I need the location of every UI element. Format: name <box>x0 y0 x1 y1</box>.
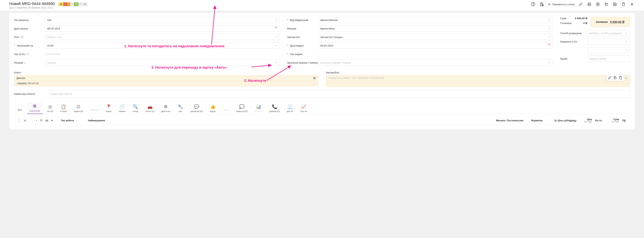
auto-menu-icon[interactable] <box>625 77 628 80</box>
group-icon[interactable] <box>40 119 43 122</box>
svg-point-9 <box>40 120 41 120</box>
col-name[interactable]: Найменування <box>86 119 494 122</box>
tab-documents[interactable]: 📃док-ти <box>284 103 296 114</box>
mileage-input[interactable]: Вкажіть пробіг <box>587 56 630 62</box>
gauge-icon <box>21 36 24 38</box>
col-norm[interactable]: Норматив <box>530 119 549 122</box>
money-icon[interactable] <box>595 1 600 7</box>
star-icon[interactable]: ★ <box>51 119 53 122</box>
send-message-icon[interactable] <box>539 1 544 7</box>
tab-calls[interactable]: 📞дзвінки (0) <box>267 103 282 114</box>
issue-date-input[interactable]: 06-03-2023 <box>318 42 552 49</box>
col-pd[interactable]: ПД <box>621 119 628 122</box>
extra-requisites-select[interactable] <box>587 47 630 53</box>
tab-processes[interactable]: Процеси <box>87 105 101 114</box>
tab-diagnostics[interactable]: ⚙діагно-ка <box>158 103 173 114</box>
works-table-header: + ★ Тип роботи Найменування Механік / По… <box>14 116 630 125</box>
repair-type-select[interactable]: А/м <box>45 17 279 23</box>
duration-slider[interactable] <box>45 54 60 54</box>
sum-label: Сума <box>560 17 575 20</box>
document-icon: 📃 <box>287 104 292 109</box>
balance-value[interactable]: 5 940,00 ₴ <box>610 20 624 23</box>
col-qty[interactable]: Кіл-ть <box>594 119 605 122</box>
col-work-type[interactable]: Тип роботи <box>60 119 86 122</box>
change-status-button[interactable]: Перевести у статус <box>548 2 575 6</box>
sum-value: 5 940,00 ₴ <box>575 17 587 20</box>
parts-person-select[interactable]: Запчастист Богдан <box>318 34 552 40</box>
tab-statistics[interactable]: 📈стат-ка <box>297 103 310 114</box>
auto-expand-row[interactable]: ⌄ <box>326 81 630 83</box>
parts-person-label: Запчастист <box>287 36 318 38</box>
select-all-checkbox[interactable] <box>18 119 20 122</box>
responsible-select[interactable]: Іванов Максим <box>318 17 552 23</box>
badge-r[interactable]: Р <box>78 2 82 6</box>
close-icon[interactable] <box>629 1 635 7</box>
copy-auto-icon[interactable] <box>613 76 617 79</box>
comments-input[interactable]: Коментарі клієнта <box>49 90 630 98</box>
client-menu-icon[interactable] <box>313 77 316 80</box>
badge-k[interactable]: К <box>67 2 70 6</box>
chevron-down-icon: ⌄ <box>314 82 316 85</box>
tab-workshop[interactable]: 🔧цех <box>174 103 186 114</box>
chevron-down-icon: ⌄ <box>625 82 628 85</box>
badge-ov[interactable]: ОВ <box>82 2 88 6</box>
car-lift-icon: 🚗 <box>147 104 152 109</box>
barcode-icon[interactable] <box>45 119 48 122</box>
payment-method-select[interactable]: Виберіть спосіб розрахунку <box>587 30 630 36</box>
tab-feedback[interactable]: 👍відгук <box>207 103 218 114</box>
markup-input[interactable]: Загальна націнка / знижка <box>318 59 552 66</box>
issue-date-label: *Дата видачі <box>287 44 318 47</box>
tab-parts[interactable]: ◎з/ч (4) <box>44 103 56 114</box>
tab-works[interactable]: 🛠роботи (6) <box>27 102 43 114</box>
col-mechanic[interactable]: Механік / Постачальник <box>494 119 530 122</box>
client-label: Клієнт <box>14 71 318 74</box>
client-name-row[interactable]: Дмитро <box>14 75 318 81</box>
booked-time-input[interactable]: 10:00 <box>45 42 279 49</box>
tab-other[interactable]: Інше <box>220 105 232 114</box>
badge-d[interactable]: Д <box>63 2 67 6</box>
tab-tasks[interactable]: ☑задачі (0) <box>71 103 86 114</box>
badge-zz[interactable]: ЗЗ <box>74 2 78 6</box>
comments-label: Коментарі клієнта <box>14 92 49 95</box>
client-phone-row[interactable]: +38(066) 707-07-07 ⌄ <box>14 81 318 86</box>
tab-data[interactable]: Дані <box>14 105 26 114</box>
col-subcontract[interactable]: Ціна субпідряду <box>549 119 578 122</box>
tab-history[interactable]: 📋історія <box>58 103 70 114</box>
add-icon[interactable]: + <box>36 119 37 122</box>
row-menu-button[interactable] <box>23 118 27 123</box>
copy-icon[interactable] <box>604 1 609 7</box>
markup-label: Загальна націнка / знижка <box>287 61 318 64</box>
badge-zk[interactable]: ЗК <box>58 2 63 6</box>
thumbs-up-icon: 👍 <box>210 104 216 109</box>
tab-request[interactable]: 📄заявка <box>116 103 128 114</box>
col-price[interactable]: Цінабез ПДВ <box>578 118 594 123</box>
mechanic-select[interactable]: Іванов Міша <box>318 25 552 31</box>
paid-value: 0 ₴ <box>583 22 587 25</box>
tab-map[interactable]: 📍карта <box>103 103 114 114</box>
tab-inspection[interactable]: 🔍огляд <box>130 103 141 114</box>
badge-u[interactable]: У <box>70 2 74 6</box>
wrench-icon: 🛠 <box>33 104 37 109</box>
save-icon[interactable] <box>612 1 618 7</box>
post-select[interactable]: Оберіть пост <box>45 34 279 40</box>
tab-logs[interactable]: 📊логи н/з <box>252 103 265 114</box>
help-icon[interactable] <box>530 1 536 7</box>
edit-icon[interactable] <box>608 76 612 79</box>
delete-auto-icon[interactable] <box>619 76 622 79</box>
trash-icon[interactable] <box>621 1 626 7</box>
tab-recommendations[interactable]: 💬реком-ції (0) <box>188 103 205 114</box>
tab-comments[interactable]: 💭комен-рі (0) <box>233 103 250 114</box>
client-info-box: Дмитро +38(066) 707-07-07 ⌄ <box>14 75 318 86</box>
auto-info-row[interactable]: Номер: КА 3186ІЛ · VIN: KMHD84LF5HU34213… <box>326 75 630 81</box>
booking-date-input[interactable]: 06-03-2023 <box>45 25 279 31</box>
col-sum[interactable]: Сумабез ПДВ <box>605 118 621 123</box>
requisites-select[interactable] <box>587 38 630 45</box>
workshop-icon: 🔧 <box>178 104 183 109</box>
link-icon[interactable] <box>578 1 584 7</box>
print-icon[interactable] <box>586 1 592 7</box>
recommendations-icon: 💬 <box>194 104 199 109</box>
engine-icon: ⚙ <box>164 104 168 109</box>
tab-posts[interactable]: 🚗пости (1) <box>143 103 157 114</box>
location-select[interactable]: Локація <box>45 59 279 66</box>
requisites-label: Реквізити СТО <box>560 40 587 43</box>
